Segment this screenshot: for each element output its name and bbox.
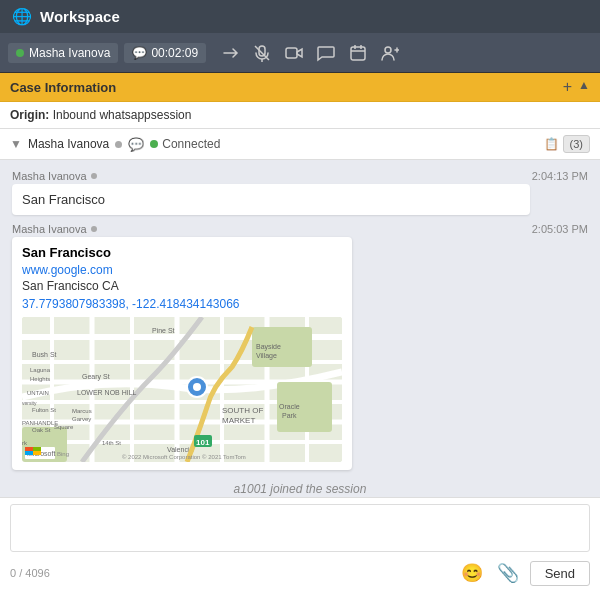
mute-btn[interactable] [248, 39, 276, 67]
chat-count-icon: 📋 [544, 137, 559, 151]
connected-badge: Connected [150, 137, 220, 151]
toolbar-icons [216, 39, 404, 67]
svg-text:Park: Park [282, 412, 297, 419]
agent-status-dot [16, 49, 24, 57]
globe-icon: 🌐 [12, 7, 32, 26]
emoji-btn[interactable]: 😊 [458, 559, 486, 587]
svg-rect-58 [33, 447, 41, 451]
case-info-bar: Case Information + ▲ [0, 73, 600, 102]
sender-dot-2 [91, 226, 97, 232]
attach-btn[interactable]: 📎 [494, 559, 522, 587]
message-time-2: 2:05:03 PM [532, 223, 588, 235]
svg-text:MARKET: MARKET [222, 416, 255, 425]
app-title: Workspace [40, 8, 120, 25]
timer-badge: 💬 00:02:09 [124, 43, 206, 63]
chat-header-right: 📋 (3) [544, 135, 590, 153]
svg-text:Geary St: Geary St [82, 373, 110, 381]
svg-text:Heights: Heights [30, 376, 50, 382]
video-btn[interactable] [280, 39, 308, 67]
location-name: San Francisco [22, 245, 342, 260]
svg-text:Marcus: Marcus [72, 408, 92, 414]
svg-text:Oracle: Oracle [279, 403, 300, 410]
case-info-collapse-btn[interactable]: ▲ [578, 78, 590, 96]
location-link[interactable]: www.google.com [22, 263, 342, 277]
input-area: 0 / 4096 😊 📎 Send [0, 497, 600, 593]
svg-text:Laguna: Laguna [30, 367, 51, 373]
chat-agent-name: Masha Ivanova [28, 137, 109, 151]
whatsapp-icon: 💬 [128, 137, 144, 152]
svg-text:UNTAIN: UNTAIN [27, 390, 49, 396]
chat-message-1: Masha Ivanova 2:04:13 PM San Francisco [12, 170, 588, 215]
svg-point-8 [385, 47, 391, 53]
send-button[interactable]: Send [530, 561, 590, 586]
transfer-btn[interactable] [216, 39, 244, 67]
location-card: San Francisco www.google.com San Francis… [12, 237, 352, 470]
svg-text:© 2022 Microsoft Corporation ©: © 2022 Microsoft Corporation © 2021 TomT… [122, 454, 246, 460]
chat-header-left: ▼ Masha Ivanova 💬 Connected [10, 137, 220, 152]
svg-text:LOWER NOB HILL: LOWER NOB HILL [77, 389, 137, 396]
agent-info: Masha Ivanova [8, 43, 118, 63]
map-container: Pine St Bush St Geary St LOWER NOB HILL … [22, 317, 342, 462]
input-toolbar: 0 / 4096 😊 📎 Send [10, 559, 590, 587]
message-text-1: San Francisco [22, 192, 105, 207]
chat-header: ▼ Masha Ivanova 💬 Connected 📋 (3) [0, 129, 600, 160]
sender-name-2: Masha Ivanova [12, 223, 87, 235]
svg-line-2 [255, 46, 269, 60]
svg-text:Bayside: Bayside [256, 343, 281, 351]
case-info-title: Case Information [10, 80, 116, 95]
svg-rect-3 [286, 48, 297, 58]
message-meta-2: Masha Ivanova 2:05:03 PM [12, 223, 588, 235]
svg-text:101: 101 [196, 438, 210, 447]
svg-text:SOUTH OF: SOUTH OF [222, 406, 263, 415]
svg-text:Garvey: Garvey [72, 416, 91, 422]
svg-text:versity: versity [22, 400, 37, 406]
message-time-1: 2:04:13 PM [532, 170, 588, 182]
timer-value: 00:02:09 [151, 46, 198, 60]
svg-text:Fulton St: Fulton St [32, 407, 56, 413]
chat-message-2: Masha Ivanova 2:05:03 PM San Francisco w… [12, 223, 588, 470]
svg-text:Oak St: Oak St [32, 427, 51, 433]
svg-text:PANHANDLE: PANHANDLE [22, 420, 58, 426]
connected-dot [150, 140, 158, 148]
chat-area[interactable]: Masha Ivanova 2:04:13 PM San Francisco M… [0, 160, 600, 497]
svg-text:Village: Village [256, 352, 277, 360]
case-info-add-btn[interactable]: + [563, 78, 572, 96]
chat-agent-dot [115, 141, 122, 148]
message-bubble-1: San Francisco [12, 184, 530, 215]
location-coords[interactable]: 37.7793807983398, -122.418434143066 [22, 297, 240, 311]
main-content: Case Information + ▲ Origin: Inbound wha… [0, 73, 600, 593]
message-meta-1: Masha Ivanova 2:04:13 PM [12, 170, 588, 182]
svg-text:Pine St: Pine St [152, 327, 175, 334]
svg-text:Bush St: Bush St [32, 351, 57, 358]
location-address: San Francisco CA [22, 279, 342, 293]
calendar-btn[interactable] [344, 39, 372, 67]
svg-point-54 [193, 383, 201, 391]
svg-rect-59 [25, 451, 33, 455]
connected-label: Connected [162, 137, 220, 151]
svg-rect-4 [351, 47, 365, 60]
svg-text:Bing: Bing [57, 451, 69, 457]
svg-rect-57 [25, 447, 33, 451]
origin-value: Inbound whatsappsession [53, 108, 192, 122]
sender-name-1: Masha Ivanova [12, 170, 87, 182]
char-count: 0 / 4096 [10, 567, 50, 579]
session-joined: a1001 joined the session [12, 478, 588, 497]
chat-count: (3) [563, 135, 590, 153]
case-info-actions: + ▲ [563, 78, 590, 96]
sender-dot-1 [91, 173, 97, 179]
expand-icon[interactable]: ▼ [10, 137, 22, 151]
origin-label: Origin: [10, 108, 49, 122]
agent-name: Masha Ivanova [29, 46, 110, 60]
message-input[interactable] [10, 504, 590, 552]
svg-rect-60 [33, 451, 41, 455]
timer-icon: 💬 [132, 46, 147, 60]
user-add-btn[interactable] [376, 39, 404, 67]
svg-text:14th St: 14th St [102, 440, 121, 446]
chat-multi-btn[interactable] [312, 39, 340, 67]
title-bar: 🌐 Workspace [0, 0, 600, 33]
case-info-detail: Origin: Inbound whatsappsession [0, 102, 600, 129]
toolbar: Masha Ivanova 💬 00:02:09 [0, 33, 600, 73]
